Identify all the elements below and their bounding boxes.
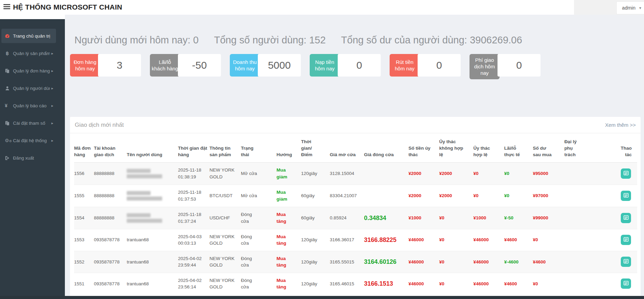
- bitcoin-icon: B: [5, 51, 13, 56]
- summary-card-5: Phí giao dịch hôm nay0: [470, 54, 541, 79]
- amount-balance: ¥0: [533, 281, 538, 286]
- user-menu-button[interactable]: admin ▼: [617, 2, 644, 14]
- amount-invalid: ¥0: [439, 281, 444, 286]
- cell-id: 1552: [74, 251, 94, 273]
- col-header-account: Tài khoản giao dịch: [94, 133, 127, 162]
- table-row-1553: 15530935878778trantuan682025-04-03 00:03…: [74, 229, 637, 251]
- cell-close_price: [364, 185, 408, 207]
- sidebar-item-7[interactable]: Đăng xuất: [1, 151, 56, 165]
- see-more-link[interactable]: Xem thêm >>: [605, 122, 636, 128]
- logout-icon: [5, 155, 13, 161]
- table-body: 1556888888882025-11-18 01:38:19NEW YORK …: [74, 162, 637, 295]
- hamburger-menu-icon[interactable]: [3, 4, 10, 10]
- cell-account: 88888888: [94, 185, 127, 207]
- direction-text: Mua tăng: [277, 233, 290, 247]
- col-header-open_price: Giá mở cửa: [330, 133, 364, 162]
- sidebar-item-2[interactable]: Quản lý đơn hàng▸: [1, 64, 56, 78]
- cell-duration: 120giây: [301, 162, 330, 185]
- cell-valid: ¥0: [473, 185, 504, 207]
- cell-invalid: ¥2000: [439, 162, 473, 185]
- cell-account: 88888888: [94, 207, 127, 229]
- direction-text: Mua tăng: [277, 277, 290, 290]
- cell-direction: Mua giảm: [277, 185, 301, 207]
- sidebar-item-6[interactable]: ⚙⚙Cài đặt hệ thống▸: [1, 133, 56, 148]
- amount-balance: ¥97000: [533, 193, 548, 198]
- amount-pnl: ¥0: [504, 193, 509, 198]
- cell-action: [606, 251, 637, 273]
- cell-status: Đóng cửa: [241, 207, 277, 229]
- order-detail-button[interactable]: [621, 278, 631, 289]
- status-text: Mở cửa: [241, 170, 257, 177]
- chevron-right-icon: ▸: [50, 121, 53, 125]
- close-price: 0.34834: [364, 215, 386, 221]
- cell-balance: ¥4600: [533, 251, 564, 273]
- col-header-close_price: Giá đóng cửa: [364, 133, 408, 162]
- cell-balance: ¥95000: [533, 162, 564, 185]
- user-menu-zone: admin ▼: [574, 0, 644, 15]
- order-detail-button[interactable]: [621, 257, 631, 267]
- latest-transactions-panel: Giao dịch mới nhất Xem thêm >> Mã đơn hà…: [70, 117, 641, 299]
- sidebar-item-4[interactable]: ¥Quản lý báo cáo▸: [1, 98, 56, 113]
- cell-pnl: ¥0: [504, 185, 533, 207]
- cell-agent: [564, 273, 606, 295]
- amount-valid: ¥1000: [473, 215, 486, 220]
- cell-invalid: ¥2000: [439, 185, 473, 207]
- bottom-bar: [0, 296, 644, 299]
- order-detail-button[interactable]: [621, 235, 631, 245]
- cell-product: NEW YORK GOLD: [209, 251, 241, 273]
- sidebar-item-label: Đăng xuất: [13, 155, 34, 161]
- amount-valid: ¥46000: [473, 237, 489, 242]
- cell-agent: [564, 229, 606, 251]
- sidebar-item-3[interactable]: Quản lý người dùng▸: [1, 81, 56, 95]
- cell-username: trantuan68: [127, 229, 178, 251]
- col-header-product: Thông tin sản phẩm: [209, 133, 241, 162]
- cell-agent: [564, 162, 606, 185]
- status-text: Mở cửa: [241, 192, 257, 199]
- col-header-pnl: Lãi/lỗ thực tế: [504, 133, 533, 162]
- cell-id: 1553: [74, 229, 94, 251]
- stat-value: 0: [193, 35, 199, 45]
- card-value: 0: [338, 54, 381, 77]
- cell-duration: 60giây: [301, 185, 330, 207]
- col-header-balance: Số dư sau mua: [533, 133, 564, 162]
- users-icon: [5, 86, 13, 91]
- status-text: Đóng cửa: [241, 277, 258, 290]
- amount-pnl: ¥4600: [504, 281, 517, 286]
- order-detail-button[interactable]: [621, 191, 631, 201]
- cell-account: 88888888: [94, 162, 127, 185]
- summary-card-1: Lãi/lỗ khách hàng-50: [150, 54, 221, 77]
- amount-entrust: ¥2000: [408, 171, 421, 176]
- cell-entrust: ¥46000: [408, 251, 439, 273]
- cell-time: 2025-11-18 01:37:24: [178, 207, 209, 229]
- direction-text: Mua giảm: [277, 189, 290, 202]
- card-label: Phí giao dịch hôm nay: [470, 54, 500, 79]
- cell-entrust: ¥2000: [408, 185, 439, 207]
- sidebar-item-5[interactable]: Cài đặt tham số▸: [1, 116, 56, 130]
- cell-time: 2025-04-02 23:56:14: [178, 273, 209, 295]
- cell-invalid: ¥0: [439, 273, 473, 295]
- cell-entrust: ¥2000: [408, 162, 439, 185]
- col-header-entrust: Số tiền ủy thác: [408, 133, 439, 162]
- cell-balance: ¥0: [533, 273, 564, 295]
- order-detail-button[interactable]: [621, 213, 631, 223]
- order-detail-button[interactable]: [621, 168, 631, 179]
- sidebar-item-label: Quản lý sản phẩm: [13, 51, 50, 56]
- cell-agent: [564, 251, 606, 273]
- redacted-username: [127, 189, 176, 203]
- direction-text: Mua tăng: [277, 255, 290, 269]
- chevron-right-icon: ▸: [50, 138, 53, 143]
- cell-close_price: 0.34834: [364, 207, 408, 229]
- cell-username: [127, 162, 178, 185]
- sidebar-item-1[interactable]: BQuản lý sản phẩm▸: [1, 46, 56, 60]
- amount-balance: ¥95000: [533, 171, 548, 176]
- sidebar-item-0[interactable]: Trang chủ quản trị: [1, 29, 56, 43]
- cell-account: 0935878778: [94, 251, 127, 273]
- close-price: 3166.88225: [364, 236, 396, 243]
- cell-pnl: ¥-50: [504, 207, 533, 229]
- detail-icon: [623, 281, 629, 287]
- stat-2: Tổng số dư của người dùng: 3906269.06: [341, 35, 522, 46]
- cell-id: 1555: [74, 185, 94, 207]
- amount-valid: ¥46000: [473, 259, 489, 264]
- cell-close_price: 3166.1513: [364, 273, 408, 295]
- stat-value: 3906269.06: [470, 35, 522, 45]
